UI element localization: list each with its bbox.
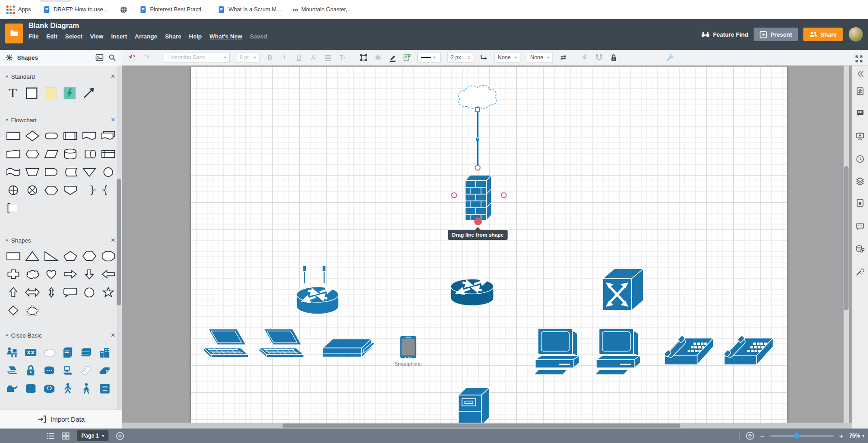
page-selector-button[interactable]: Page 1▾ — [77, 430, 108, 441]
shape-or[interactable] — [25, 184, 40, 196]
shape-extract[interactable] — [82, 166, 97, 178]
ip-phone-shape[interactable] — [663, 332, 715, 369]
shape-ups[interactable]: UPS — [99, 382, 111, 395]
menu-what-s-new[interactable]: What's New — [209, 33, 242, 40]
share-button[interactable]: Share — [803, 28, 843, 41]
shape-sticky-note[interactable] — [44, 86, 57, 100]
drag-line-handle[interactable] — [474, 218, 482, 225]
canvas-horizontal-scrollbar-thumb[interactable] — [283, 424, 680, 428]
shape-hexagon[interactable] — [82, 250, 97, 262]
search-icon[interactable] — [108, 52, 116, 63]
lock-button[interactable] — [609, 52, 618, 63]
section-collapse-caret[interactable]: ▾ — [6, 238, 8, 243]
bookmark-item[interactable] — [120, 6, 127, 14]
switch-shape[interactable] — [600, 266, 645, 315]
shape-arrow-down[interactable] — [82, 268, 97, 280]
shape-terminator[interactable] — [44, 130, 59, 142]
shape-star[interactable] — [101, 286, 116, 298]
zoom-slider-knob[interactable] — [794, 433, 800, 438]
menu-arrange[interactable]: Arrange — [135, 33, 157, 40]
shape-arrow-right[interactable] — [63, 268, 78, 280]
present-button[interactable]: Present — [754, 28, 798, 41]
line-end-select[interactable]: None▾ — [527, 52, 553, 63]
bookmark-item[interactable]: DRAFT: How to use... — [43, 6, 108, 14]
connector-mid-handle[interactable] — [476, 137, 480, 141]
shape-sketch-phone[interactable] — [80, 364, 93, 377]
shape-man[interactable] — [61, 382, 74, 395]
magnetize-button[interactable] — [595, 52, 603, 63]
shape-predefined-process[interactable] — [63, 130, 78, 142]
shape-woman[interactable] — [80, 382, 93, 395]
undo-button[interactable]: ↶ — [128, 52, 136, 63]
shape-octagon[interactable] — [101, 250, 116, 262]
shape-data-button[interactable] — [403, 52, 411, 63]
menu-share[interactable]: Share — [165, 33, 181, 40]
shape-polygon[interactable] — [25, 305, 40, 316]
shape-cross[interactable] — [6, 268, 21, 280]
shape-arrow-left-right[interactable] — [25, 286, 40, 298]
shape-alternate-process[interactable] — [44, 184, 59, 196]
menu-insert[interactable]: Insert — [111, 33, 127, 40]
image-search-button[interactable] — [95, 52, 104, 63]
diagram-canvas[interactable]: Drag line from shape Smartphone — [122, 66, 852, 429]
zoom-out-button[interactable]: − — [760, 432, 764, 440]
smartphone-shape[interactable] — [399, 335, 417, 359]
shape-delay[interactable] — [44, 166, 59, 178]
shape-router[interactable] — [43, 382, 56, 395]
shape-cloud[interactable] — [43, 346, 56, 359]
zoom-level-select[interactable]: 75%▾ — [849, 433, 864, 439]
shape-arrow-up-down[interactable] — [44, 286, 59, 298]
shape-manual-operation[interactable] — [25, 166, 40, 178]
font-family-select[interactable]: Liberation Sans▾ — [164, 52, 230, 63]
section-close-icon[interactable]: × — [111, 73, 115, 80]
shape-workgroup-switch[interactable] — [24, 346, 37, 359]
collapse-panel-icon[interactable] — [856, 69, 865, 78]
shape-cloud[interactable] — [25, 268, 40, 280]
magic-wand-icon[interactable] — [856, 267, 865, 276]
bold-button[interactable]: B — [266, 52, 274, 63]
shape-person-workstation[interactable] — [6, 346, 19, 359]
shape-circle[interactable] — [82, 286, 97, 298]
shape-arrow[interactable] — [82, 86, 95, 100]
page-list-icon[interactable] — [46, 432, 55, 440]
shape-server[interactable] — [61, 346, 74, 359]
feature-find-button[interactable]: Feature Find — [701, 31, 748, 38]
shape-style-button[interactable] — [359, 52, 368, 63]
shape-callout[interactable] — [63, 286, 78, 298]
shape-document[interactable] — [82, 130, 97, 142]
shape-rectangle[interactable] — [6, 250, 21, 262]
comments-icon[interactable] — [856, 222, 865, 231]
shape-triangle[interactable] — [25, 250, 40, 262]
layers-icon[interactable] — [856, 177, 865, 186]
page-grid-icon[interactable] — [62, 432, 70, 440]
fill-color-button[interactable] — [374, 52, 382, 63]
line-start-select[interactable]: None▾ — [494, 52, 520, 63]
shape-lightning-block[interactable] — [63, 86, 76, 100]
text-options-button[interactable]: T▾ — [338, 52, 346, 63]
shape-card[interactable] — [6, 148, 21, 160]
shape-security-lock[interactable] — [24, 364, 37, 377]
shape-heart[interactable] — [44, 268, 59, 280]
shape-process[interactable] — [6, 130, 21, 142]
shape-rectangle[interactable] — [25, 86, 38, 100]
theme-styles-icon[interactable] — [856, 199, 865, 208]
shape-pentagon[interactable] — [63, 250, 78, 262]
fit-to-screen-button[interactable] — [745, 431, 755, 440]
swap-endpoints-button[interactable]: ⇄ — [559, 52, 567, 63]
text-color-button[interactable]: A — [309, 52, 317, 63]
laptop-shape[interactable] — [203, 328, 254, 361]
presentation-panel-icon[interactable] — [856, 132, 865, 141]
canvas-vertical-scrollbar-thumb[interactable] — [844, 166, 849, 310]
connector-start-handle[interactable] — [475, 107, 480, 112]
hotspot-button[interactable] — [580, 52, 589, 63]
file-server-shape[interactable] — [456, 386, 491, 423]
modem-shape[interactable] — [320, 336, 375, 363]
shape-arrow-left[interactable] — [101, 268, 116, 280]
ip-phone-shape[interactable] — [722, 332, 775, 369]
section-collapse-caret[interactable]: ▾ — [6, 118, 8, 122]
italic-button[interactable]: I — [280, 52, 288, 63]
document-icon[interactable] — [5, 24, 23, 43]
redo-button[interactable]: ↷ — [142, 52, 151, 63]
shape-internal-storage[interactable] — [101, 148, 116, 160]
shape-printer[interactable] — [6, 382, 19, 395]
